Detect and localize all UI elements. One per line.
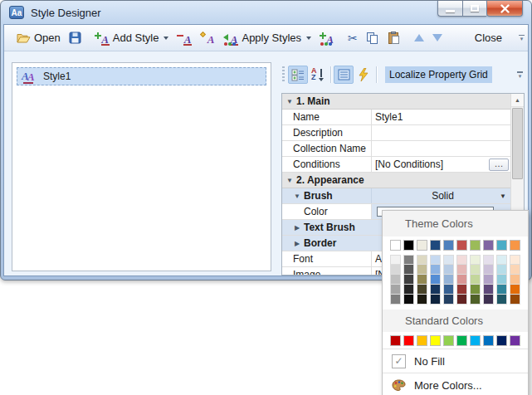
theme-variant-swatch[interactable] xyxy=(483,275,494,285)
theme-variant-swatch[interactable] xyxy=(510,295,520,305)
standard-color-swatch[interactable] xyxy=(456,335,467,346)
standard-color-swatch[interactable] xyxy=(483,335,494,346)
open-button[interactable]: Open xyxy=(12,29,65,46)
theme-color-swatch[interactable] xyxy=(470,240,481,251)
edit-style-button[interactable]: A xyxy=(196,29,219,47)
localize-property-grid-button[interactable]: Localize Property Grid xyxy=(385,66,492,83)
more-colors-option[interactable]: More Colors... xyxy=(383,373,528,395)
theme-variant-swatch[interactable] xyxy=(430,285,441,295)
property-toolbar-overflow-button[interactable]: ▾ xyxy=(517,71,523,78)
theme-variant-swatch[interactable] xyxy=(443,285,454,295)
category-row-main[interactable]: ▼ 1. Main xyxy=(282,94,510,110)
theme-variant-swatch[interactable] xyxy=(430,255,441,265)
theme-color-swatch[interactable] xyxy=(456,240,467,251)
theme-variant-swatch[interactable] xyxy=(470,275,481,285)
theme-variant-swatch[interactable] xyxy=(403,275,414,285)
standard-color-swatch[interactable] xyxy=(430,335,441,346)
theme-variant-swatch[interactable] xyxy=(390,275,401,285)
expander-icon[interactable]: ▼ xyxy=(293,193,301,200)
property-value[interactable]: [No Conditions] xyxy=(375,158,443,170)
theme-variant-swatch[interactable] xyxy=(403,285,414,295)
theme-variant-swatch[interactable] xyxy=(456,285,467,295)
theme-variant-swatch[interactable] xyxy=(417,255,427,265)
theme-variant-swatch[interactable] xyxy=(403,255,414,265)
theme-variant-swatch[interactable] xyxy=(390,265,401,275)
theme-variant-swatch[interactable] xyxy=(496,285,507,295)
property-row-collection-name[interactable]: Collection Name xyxy=(282,141,510,157)
standard-color-swatch[interactable] xyxy=(510,335,520,346)
expander-icon[interactable]: ▶ xyxy=(293,240,301,247)
standard-color-swatch[interactable] xyxy=(443,335,454,346)
theme-variant-swatch[interactable] xyxy=(470,255,481,265)
theme-variant-swatch[interactable] xyxy=(443,255,454,265)
theme-color-swatch[interactable] xyxy=(417,240,427,251)
theme-variant-swatch[interactable] xyxy=(430,275,441,285)
property-toolbar-grip[interactable] xyxy=(282,66,285,83)
expander-icon[interactable]: ▶ xyxy=(293,224,301,232)
theme-color-swatch[interactable] xyxy=(510,240,520,251)
theme-variant-swatch[interactable] xyxy=(417,295,427,305)
theme-color-swatch[interactable] xyxy=(443,240,454,251)
no-fill-checkbox[interactable]: ✓ xyxy=(392,354,406,368)
theme-variant-swatch[interactable] xyxy=(443,265,454,275)
theme-variant-swatch[interactable] xyxy=(496,275,507,285)
theme-color-swatch[interactable] xyxy=(430,240,441,251)
theme-variant-swatch[interactable] xyxy=(510,285,520,295)
close-dialog-button[interactable]: Close xyxy=(458,28,519,47)
standard-color-swatch[interactable] xyxy=(470,335,481,346)
delete-style-button[interactable]: A xyxy=(173,29,196,47)
paste-button[interactable] xyxy=(383,29,405,47)
conditions-ellipsis-button[interactable]: … xyxy=(489,158,509,171)
maximize-button[interactable] xyxy=(462,1,486,17)
add-style-button[interactable]: A Add Style xyxy=(90,29,173,47)
subcategory-row-brush[interactable]: ▼ Brush Solid ▼ xyxy=(282,188,510,204)
brush-dropdown-arrow[interactable]: ▼ xyxy=(500,193,506,200)
theme-variant-swatch[interactable] xyxy=(443,295,454,305)
toolbar-overflow-button[interactable]: ▾ xyxy=(519,35,525,41)
standard-color-swatch[interactable] xyxy=(417,335,427,346)
standard-color-swatch[interactable] xyxy=(403,335,414,346)
property-value[interactable]: Style1 xyxy=(375,111,403,123)
categorized-view-button[interactable] xyxy=(288,66,308,84)
property-row-name[interactable]: Name Style1 xyxy=(282,110,510,125)
theme-variant-swatch[interactable] xyxy=(417,275,427,285)
move-down-button[interactable] xyxy=(428,32,447,44)
assign-style-button[interactable]: A xyxy=(315,29,339,47)
theme-variant-swatch[interactable] xyxy=(496,295,507,305)
move-up-button[interactable] xyxy=(410,32,428,44)
apply-styles-button[interactable]: A Apply Styles xyxy=(219,29,315,47)
expander-icon[interactable]: ▼ xyxy=(286,177,294,184)
theme-variant-swatch[interactable] xyxy=(390,255,401,265)
theme-variant-swatch[interactable] xyxy=(496,265,507,275)
minimize-button[interactable] xyxy=(437,1,462,17)
theme-color-swatch[interactable] xyxy=(483,240,494,251)
theme-variant-swatch[interactable] xyxy=(456,295,467,305)
theme-variant-swatch[interactable] xyxy=(403,265,414,275)
brush-type-value[interactable]: Solid xyxy=(432,190,454,202)
events-button[interactable] xyxy=(354,66,373,84)
theme-variant-swatch[interactable] xyxy=(496,255,507,265)
theme-variant-swatch[interactable] xyxy=(483,295,494,305)
style-list-item[interactable]: AA Style1 xyxy=(17,67,266,85)
theme-variant-swatch[interactable] xyxy=(483,265,494,275)
theme-variant-swatch[interactable] xyxy=(510,255,520,265)
style-list[interactable]: AA Style1 xyxy=(12,62,271,271)
theme-variant-swatch[interactable] xyxy=(443,275,454,285)
theme-variant-swatch[interactable] xyxy=(456,255,467,265)
theme-variant-swatch[interactable] xyxy=(403,295,414,305)
theme-variant-swatch[interactable] xyxy=(417,285,427,295)
theme-variant-swatch[interactable] xyxy=(390,285,401,295)
close-button[interactable] xyxy=(486,1,523,17)
theme-variant-swatch[interactable] xyxy=(430,295,441,305)
no-fill-option[interactable]: ✓ No Fill xyxy=(383,349,528,373)
sort-alphabetical-button[interactable]: AZ xyxy=(308,66,328,84)
property-pages-button[interactable] xyxy=(334,66,354,84)
theme-variant-swatch[interactable] xyxy=(417,265,427,275)
theme-variant-swatch[interactable] xyxy=(470,265,481,275)
theme-variant-swatch[interactable] xyxy=(510,265,520,275)
cut-button[interactable]: ✂ xyxy=(344,30,362,46)
theme-variant-swatch[interactable] xyxy=(483,285,494,295)
theme-color-swatch[interactable] xyxy=(390,240,401,251)
theme-variant-swatch[interactable] xyxy=(483,255,494,265)
theme-variant-swatch[interactable] xyxy=(456,275,467,285)
